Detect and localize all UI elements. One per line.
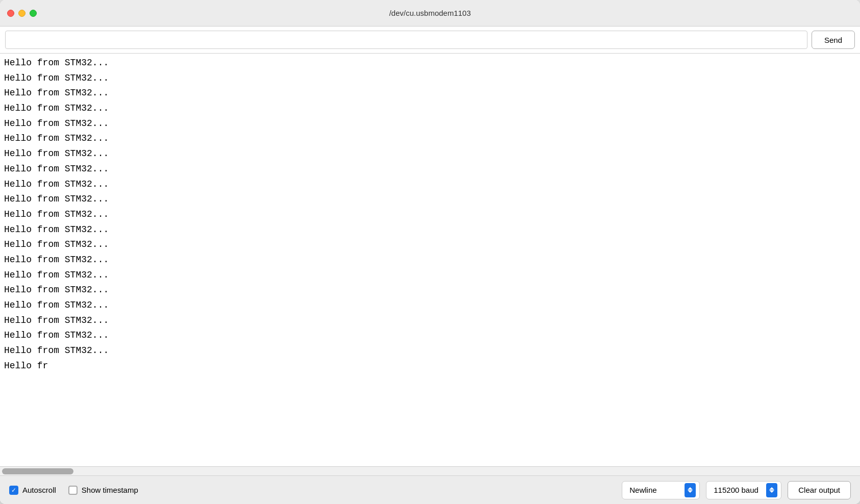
- autoscroll-checkmark: ✓: [11, 487, 16, 493]
- output-line: Hello from STM32...: [4, 131, 856, 146]
- baud-select[interactable]: 300 baud1200 baud2400 baud4800 baud9600 …: [706, 481, 781, 499]
- output-line: Hello from STM32...: [4, 328, 856, 343]
- clear-output-button[interactable]: Clear output: [788, 481, 851, 499]
- show-timestamp-checkbox[interactable]: [68, 486, 78, 495]
- output-line: Hello from STM32...: [4, 237, 856, 253]
- output-line: Hello from STM32...: [4, 207, 856, 222]
- output-line: Hello from STM32...: [4, 86, 856, 101]
- output-line: Hello from STM32...: [4, 343, 856, 359]
- output-line: Hello from STM32...: [4, 116, 856, 132]
- show-timestamp-group: Show timestamp: [68, 486, 138, 495]
- output-area[interactable]: Hello from STM32...Hello from STM32...He…: [0, 54, 860, 466]
- output-line: Hello from STM32...: [4, 313, 856, 329]
- maximize-button[interactable]: [30, 10, 37, 17]
- newline-select-group: NewlineNo line endingCarriage returnBoth…: [622, 481, 700, 499]
- output-line: Hello from STM32...: [4, 56, 856, 71]
- output-line: Hello from STM32...: [4, 253, 856, 268]
- output-line: Hello from STM32...: [4, 162, 856, 177]
- window-title: /dev/cu.usbmodem1103: [389, 9, 471, 17]
- close-button[interactable]: [7, 10, 14, 17]
- main-window: /dev/cu.usbmodem1103 Send Hello from STM…: [0, 0, 860, 504]
- bottom-toolbar: ✓ Autoscroll Show timestamp NewlineNo li…: [0, 475, 860, 504]
- send-bar: Send: [0, 27, 860, 54]
- output-line: Hello from STM32...: [4, 71, 856, 86]
- toolbar-right: NewlineNo line endingCarriage returnBoth…: [622, 481, 851, 499]
- output-line: Hello from STM32...: [4, 283, 856, 298]
- autoscroll-checkbox[interactable]: ✓: [9, 486, 18, 495]
- send-input[interactable]: [5, 31, 807, 49]
- minimize-button[interactable]: [18, 10, 26, 17]
- baud-select-group: 300 baud1200 baud2400 baud4800 baud9600 …: [706, 481, 781, 499]
- output-line: Hello from STM32...: [4, 146, 856, 162]
- output-line: Hello from STM32...: [4, 222, 856, 238]
- horizontal-scrollbar-thumb[interactable]: [2, 468, 73, 474]
- newline-select[interactable]: NewlineNo line endingCarriage returnBoth…: [622, 481, 700, 499]
- horizontal-scrollbar-area: [0, 466, 860, 475]
- title-bar: /dev/cu.usbmodem1103: [0, 0, 860, 27]
- send-button[interactable]: Send: [812, 31, 855, 49]
- output-line: Hello from STM32...: [4, 177, 856, 192]
- output-line: Hello from STM32...: [4, 192, 856, 207]
- autoscroll-label: Autoscroll: [22, 486, 56, 494]
- output-line: Hello from STM32...: [4, 268, 856, 283]
- traffic-lights: [7, 10, 37, 17]
- autoscroll-group: ✓ Autoscroll: [9, 486, 56, 495]
- output-line: Hello fr: [4, 359, 856, 374]
- output-line: Hello from STM32...: [4, 101, 856, 116]
- output-line: Hello from STM32...: [4, 298, 856, 313]
- show-timestamp-label: Show timestamp: [82, 486, 138, 494]
